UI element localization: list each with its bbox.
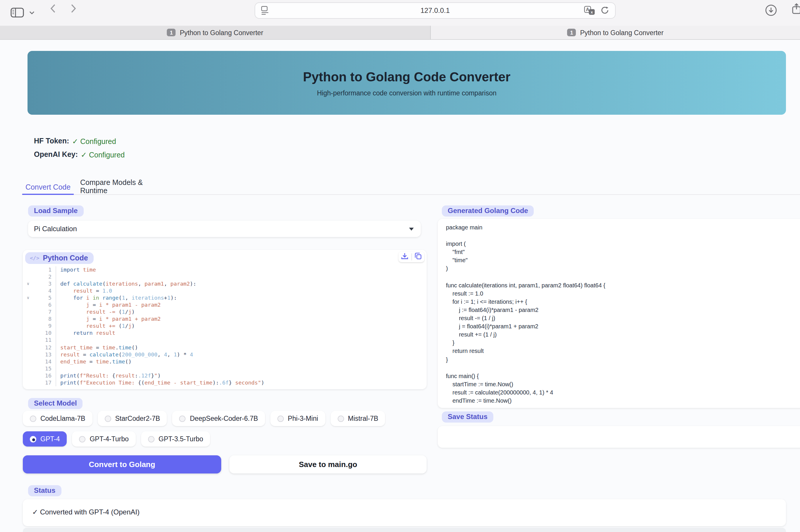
tab-compare-models[interactable]: Compare Models & Runtime [80, 180, 162, 193]
model-label: Phi-3-Mini [288, 415, 318, 422]
python-code-badge: </> Python Code [25, 252, 94, 264]
model-option-phi-3-mini[interactable]: Phi-3-Mini [270, 411, 325, 426]
line-number: 10 [33, 330, 56, 337]
code-line: result += (1/j) [60, 323, 264, 330]
back-button-icon[interactable] [50, 3, 56, 14]
radio-icon [337, 415, 344, 422]
line-number: 9 [33, 323, 56, 330]
hf-token-status: HF Token: ✓ Configured [34, 137, 116, 146]
browser-window: 127.0.0.1 Ax 1 Python to Golang Converte… [0, 0, 800, 532]
status-badge: Status [28, 485, 61, 496]
line-number: 14 [33, 358, 56, 365]
model-option-deepseek-coder-6.7b[interactable]: DeepSeek-Coder-6.7B [172, 411, 265, 426]
browser-tab-left[interactable]: 1 Python to Golang Converter [0, 26, 431, 40]
code-line: import time [60, 266, 264, 273]
main-tabs: Convert Code Compare Models & Runtime [22, 180, 800, 195]
line-number: 8 [33, 316, 56, 323]
line-number: 4 [33, 287, 56, 294]
share-icon[interactable] [792, 3, 800, 15]
url-text: 127.0.0.1 [255, 6, 615, 15]
openai-key-status: OpenAI Key: ✓ Configured [34, 150, 125, 159]
model-label: GPT-4 [40, 435, 60, 442]
browser-toolbar: 127.0.0.1 Ax [0, 0, 800, 26]
sample-dropdown[interactable]: Pi Calculation [28, 221, 421, 237]
copy-code-button[interactable] [414, 252, 422, 262]
chevron-down-icon[interactable] [29, 11, 35, 15]
line-number: 7 [33, 309, 56, 316]
save-status-badge: Save Status [442, 412, 493, 422]
line-number: 2 [33, 273, 56, 280]
line-number: 16 [33, 372, 56, 379]
golang-code: package main import ( "fmt" "time" ) fun… [438, 219, 800, 405]
radio-icon [179, 415, 186, 422]
code-line: for i in range(1, iterations+1): [60, 294, 264, 301]
browser-tab-right[interactable]: 1 Python to Golang Converter [431, 26, 800, 40]
code-line [60, 365, 264, 372]
line-number: 11 [33, 337, 56, 344]
download-code-button[interactable] [401, 252, 409, 262]
code-line: end_time = time.time() [60, 358, 264, 365]
model-option-starcoder2-7b[interactable]: StarCoder2-7B [97, 411, 167, 426]
translate-icon[interactable]: Ax [584, 6, 595, 18]
sample-dropdown-value: Pi Calculation [34, 225, 77, 233]
model-option-gpt-4-turbo[interactable]: GPT-4-Turbo [72, 431, 135, 446]
model-label: DeepSeek-Coder-6.7B [190, 415, 258, 422]
line-number: 15 [33, 365, 56, 372]
page-content: Python to Golang Code Converter High-per… [0, 40, 800, 532]
radio-icon [278, 415, 284, 422]
radio-icon [30, 415, 36, 422]
model-label: CodeLlama-7B [40, 415, 85, 422]
convert-button[interactable]: Convert to Golang [23, 455, 221, 474]
code-brackets-icon: </> [30, 255, 39, 261]
tab-badge: 1 [567, 29, 576, 36]
tab-title: Python to Golang Converter [180, 29, 263, 36]
code-line: def calculate(iterations, param1, param2… [60, 280, 264, 287]
save-status-panel [438, 426, 800, 448]
line-number: 5 [33, 294, 56, 301]
line-number: 13 [33, 351, 56, 358]
hf-token-value: ✓ Configured [72, 137, 116, 146]
radio-icon [30, 436, 36, 442]
model-option-mistral-7b[interactable]: Mistral-7B [330, 411, 385, 426]
code-line: j = i * param1 + param2 [60, 316, 264, 323]
code-line: start_time = time.time() [60, 344, 264, 351]
code-line: print(f"Result: {result:.12f}") [60, 372, 264, 379]
page-subtitle: High-performance code conversion with ru… [317, 89, 497, 96]
python-code: import time def calculate(iterations, pa… [56, 266, 264, 386]
model-label: GPT-4-Turbo [90, 435, 129, 442]
downloads-icon[interactable] [765, 4, 777, 16]
fold-toggle-icon[interactable]: ∨ [23, 294, 33, 301]
openai-key-label: OpenAI Key: [34, 150, 78, 159]
tab-convert-code[interactable]: Convert Code [22, 180, 74, 195]
reload-icon[interactable] [601, 6, 609, 17]
line-number: 1 [33, 266, 56, 273]
fold-toggle-icon[interactable]: ∨ [23, 280, 33, 287]
select-model-badge: Select Model [28, 398, 83, 409]
sidebar-toggle-icon[interactable] [11, 7, 24, 18]
status-message: ✓ Converted with GPT-4 (OpenAI) [32, 508, 139, 516]
next-section-edge [23, 528, 786, 532]
python-code-editor[interactable]: 12∨34∨567891011121314151617 import time … [23, 266, 264, 386]
code-line [60, 337, 264, 344]
status-panel: ✓ Converted with GPT-4 (OpenAI) [23, 499, 786, 526]
radio-icon [79, 436, 85, 442]
python-gutter: 12∨34∨567891011121314151617 [23, 266, 56, 386]
golang-code-panel: package main import ( "fmt" "time" ) fun… [438, 219, 800, 408]
save-button[interactable]: Save to main.go [229, 455, 426, 474]
model-option-codellama-7b[interactable]: CodeLlama-7B [23, 411, 92, 426]
svg-text:x: x [591, 10, 593, 14]
code-line: result = calculate(200_000_000, 4, 1) * … [60, 351, 264, 358]
dropdown-caret-icon [409, 228, 414, 231]
divider [411, 253, 412, 261]
model-option-gpt-4[interactable]: GPT-4 [23, 431, 67, 446]
radio-icon [104, 415, 111, 422]
model-label: GPT-3.5-Turbo [158, 435, 203, 442]
line-number: 12 [33, 344, 56, 351]
code-line: print(f"Execution Time: {(end_time - sta… [60, 379, 264, 386]
golang-code-badge: Generated Golang Code [442, 205, 534, 216]
forward-button-icon[interactable] [70, 3, 77, 14]
page-title: Python to Golang Code Converter [303, 69, 511, 84]
code-line: j = i * param1 - param2 [60, 301, 264, 308]
model-option-gpt-3.5-turbo[interactable]: GPT-3.5-Turbo [141, 431, 210, 446]
address-bar[interactable]: 127.0.0.1 Ax [254, 2, 616, 19]
